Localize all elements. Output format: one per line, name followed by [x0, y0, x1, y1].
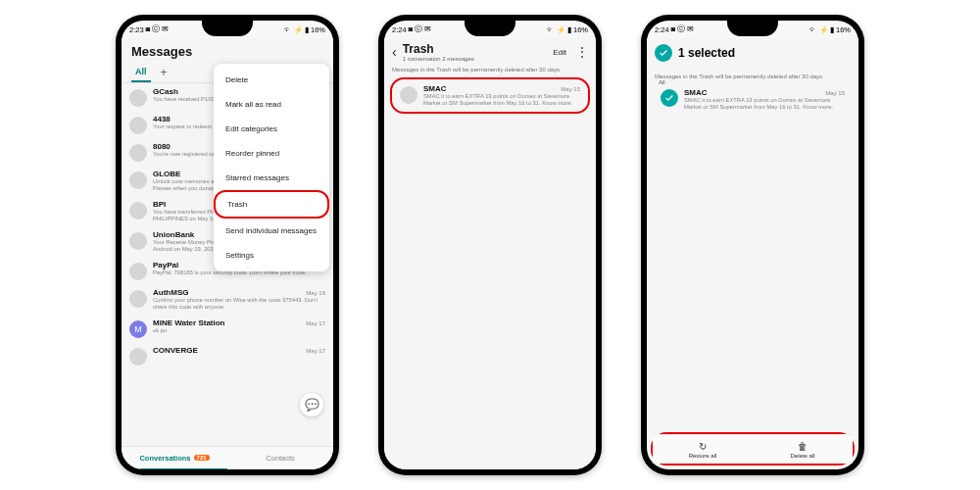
edit-button[interactable]: Edit	[553, 48, 566, 57]
menu-send-individual[interactable]: Send individual messages	[214, 219, 329, 243]
status-icons-right: ᯤ ⚡ ▮	[284, 25, 309, 34]
avatar	[129, 117, 147, 134]
tab-all[interactable]: All	[131, 63, 151, 82]
status-icons-left: ◙ ⓒ ✉	[146, 24, 170, 34]
trash-notice: Messages in the Trash will be permanentl…	[647, 64, 858, 84]
select-all-label: All	[659, 79, 665, 85]
selection-count: 1 selected	[678, 46, 735, 60]
nav-conversations[interactable]: Conversations721	[122, 447, 227, 469]
restore-icon: ↻	[699, 441, 707, 452]
trash-icon: 🗑	[798, 441, 808, 452]
menu-reorder-pinned[interactable]: Reorder pinned	[214, 141, 329, 166]
menu-trash[interactable]: Trash	[214, 190, 329, 219]
avatar	[129, 290, 147, 308]
compose-button[interactable]: 💬	[300, 393, 323, 416]
add-category-button[interactable]: +	[161, 66, 168, 79]
avatar	[129, 348, 147, 366]
bottom-nav: Conversations721 Contacts	[122, 446, 333, 469]
nav-contacts[interactable]: Contacts	[227, 447, 333, 469]
selection-header: 1 selected	[647, 38, 858, 64]
avatar	[400, 86, 417, 104]
phone-messages: 2:23◙ ⓒ ✉ ᯤ ⚡ ▮16% Messages All + GCashY…	[116, 15, 339, 475]
menu-delete[interactable]: Delete	[214, 68, 329, 92]
app-header: Messages	[122, 38, 333, 63]
back-button[interactable]: ‹	[392, 45, 397, 59]
trash-item[interactable]: SMACMay 15 SMAC it to earn EXTRA 13 poin…	[392, 80, 588, 111]
page-title: Messages	[131, 44, 323, 59]
avatar	[129, 172, 147, 189]
highlight-annotation: SMACMay 15 SMAC it to earn EXTRA 13 poin…	[390, 77, 590, 114]
select-all-checkbox[interactable]	[655, 44, 672, 62]
page-title: Trash	[403, 42, 548, 56]
highlight-annotation: ↻ Restore all 🗑 Delete all	[651, 432, 855, 466]
avatar	[129, 263, 147, 280]
phone-trash-selected: 2:24◙ ⓒ ✉ ᯤ ⚡ ▮16% 1 selected All Messag…	[641, 15, 864, 475]
menu-starred[interactable]: Starred messages	[214, 166, 329, 190]
trash-subtitle: 1 conversation 2 messages	[403, 56, 548, 62]
list-item[interactable]: CONVERGEMay 17	[122, 342, 333, 369]
unread-badge: 721	[194, 455, 210, 461]
trash-notice: Messages in the Trash will be permanentl…	[384, 64, 596, 77]
notch	[727, 21, 778, 36]
check-icon	[664, 93, 674, 103]
list-item[interactable]: MMINE Water StationMay 17ok po	[122, 315, 333, 342]
item-checkbox[interactable]	[661, 89, 678, 107]
restore-all-button[interactable]: ↻ Restore all	[653, 435, 753, 464]
trash-item-selected[interactable]: SMACMay 15 SMAC it to earn EXTRA 13 poin…	[653, 84, 853, 115]
avatar	[129, 232, 147, 250]
menu-edit-categories[interactable]: Edit categories	[214, 117, 329, 141]
delete-all-button[interactable]: 🗑 Delete all	[753, 435, 853, 464]
list-item[interactable]: AuthMSGMay 19Confirm your phone number o…	[122, 284, 333, 315]
more-icon[interactable]: ⋮	[576, 45, 588, 59]
avatar: M	[129, 320, 147, 338]
trash-header: ‹ Trash 1 conversation 2 messages Edit ⋮	[384, 38, 596, 64]
avatar	[129, 144, 147, 162]
avatar	[129, 202, 147, 220]
notch	[465, 21, 515, 36]
chat-icon: 💬	[305, 398, 319, 412]
avatar	[129, 89, 147, 107]
phone-trash: 2:24◙ ⓒ ✉ ᯤ ⚡ ▮16% ‹ Trash 1 conversatio…	[378, 15, 602, 475]
selection-action-bar: ↻ Restore all 🗑 Delete all	[653, 434, 853, 464]
overflow-menu: Delete Mark all as read Edit categories …	[214, 64, 329, 271]
menu-mark-read[interactable]: Mark all as read	[214, 92, 329, 117]
menu-settings[interactable]: Settings	[214, 243, 329, 268]
check-icon	[659, 48, 668, 58]
notch	[202, 21, 253, 36]
